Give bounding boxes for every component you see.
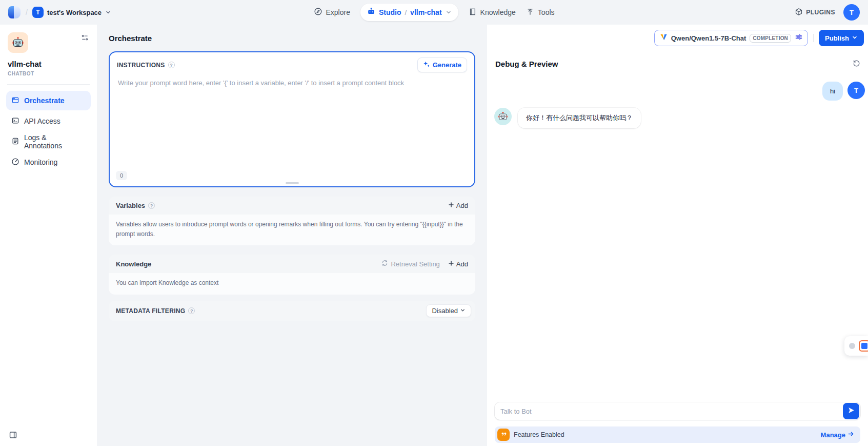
chat-message-list: hi T 你好！有什么问题我可以帮助你吗？ <box>487 73 868 402</box>
nav-tools-label: Tools <box>538 8 555 16</box>
workspace-name: test's Workspace <box>47 9 102 16</box>
features-label: Features Enabled <box>514 431 564 438</box>
publish-label: Publish <box>825 34 849 42</box>
publish-button[interactable]: Publish <box>819 30 864 46</box>
nav-studio[interactable]: Studio / vllm-chat <box>360 4 458 21</box>
metadata-filtering-section: METADATA FILTERING ? Disabled <box>109 301 475 321</box>
floating-widget[interactable] <box>844 336 868 356</box>
plus-icon <box>448 260 454 268</box>
app-type-badge: CHATBOT <box>8 71 89 76</box>
collapse-sidebar-icon[interactable] <box>9 431 17 441</box>
orchestrate-panel: Orchestrate INSTRUCTIONS ? Generate <box>97 25 487 446</box>
tune-sliders-icon[interactable] <box>795 33 803 43</box>
explore-icon <box>313 7 322 17</box>
model-selector[interactable]: Qwen/Qwen1.5-7B-Chat COMPLETION <box>654 30 808 46</box>
send-button[interactable] <box>843 403 859 419</box>
app-icon[interactable] <box>8 32 28 53</box>
nav-explore-label: Explore <box>326 8 350 16</box>
chevron-down-icon <box>105 9 111 15</box>
nav-studio-label: Studio <box>379 8 401 16</box>
nav-tools[interactable]: Tools <box>526 8 555 17</box>
dify-logo-left <box>8 6 14 18</box>
add-knowledge-button[interactable]: Add <box>448 260 468 268</box>
dify-logo[interactable] <box>8 6 21 18</box>
info-icon: ? <box>188 307 195 314</box>
separator-slash: / <box>26 8 28 16</box>
add-label: Add <box>456 260 468 268</box>
knowledge-description: You can import Knowledge as context <box>109 273 475 295</box>
sparkles-icon <box>423 61 430 69</box>
gauge-icon <box>11 158 19 167</box>
info-icon: ? <box>168 62 175 68</box>
retrieval-setting-button[interactable]: Retrieval Setting <box>381 260 439 268</box>
chevron-down-icon <box>852 34 858 42</box>
nav-knowledge[interactable]: Knowledge <box>469 8 516 17</box>
workspace-selector[interactable]: T test's Workspace <box>32 7 111 18</box>
knowledge-title: Knowledge <box>116 260 151 268</box>
app-operations-icon[interactable] <box>80 33 89 44</box>
app-preview-icon <box>859 340 868 352</box>
separator-slash: / <box>405 9 407 16</box>
nav-explore[interactable]: Explore <box>313 7 350 17</box>
assistant-message-bubble: 你好！有什么问题我可以帮助你吗？ <box>518 108 641 128</box>
plus-icon <box>448 202 454 209</box>
vllm-logo-icon <box>659 33 668 43</box>
metadata-filtering-toggle[interactable]: Disabled <box>426 304 471 317</box>
model-name: Qwen/Qwen1.5-7B-Chat <box>671 34 746 42</box>
robot-icon <box>367 7 375 17</box>
sidebar-item-label: Orchestrate <box>24 96 65 105</box>
chat-message-user: hi T <box>494 82 865 101</box>
window-icon <box>11 96 19 106</box>
resize-handle[interactable] <box>286 182 299 184</box>
dify-logo-right <box>14 6 21 18</box>
instructions-editor[interactable]: INSTRUCTIONS ? Generate Write your promp… <box>109 51 475 187</box>
chat-message-assistant: 你好！有什么问题我可以帮助你吗？ <box>494 108 865 128</box>
manage-features-link[interactable]: Manage <box>821 431 854 439</box>
nav-knowledge-label: Knowledge <box>480 8 516 16</box>
sidebar-item-orchestrate[interactable]: Orchestrate <box>6 91 91 110</box>
terminal-icon <box>11 117 19 126</box>
plugins-button[interactable]: PLUGINS <box>795 8 835 17</box>
sidebar-item-api-access[interactable]: API Access <box>6 111 91 131</box>
robot-emoji-icon <box>498 111 508 122</box>
info-icon: ? <box>148 202 155 209</box>
model-mode-badge: COMPLETION <box>750 34 791 43</box>
sidebar-item-label: API Access <box>24 117 60 125</box>
hammer-icon <box>526 8 534 17</box>
retrieval-setting-label: Retrieval Setting <box>391 260 439 268</box>
document-icon <box>11 137 19 147</box>
user-message-bubble: hi <box>822 82 843 101</box>
arrow-right-icon <box>847 431 854 439</box>
metadata-filtering-title: METADATA FILTERING <box>116 307 185 315</box>
add-label: Add <box>456 202 468 209</box>
divider <box>813 34 814 42</box>
robot-emoji-icon <box>12 36 24 49</box>
book-icon <box>469 8 477 17</box>
app-name: vllm-chat <box>8 60 89 68</box>
generate-button[interactable]: Generate <box>417 57 467 72</box>
chevron-down-icon[interactable] <box>446 9 452 15</box>
restart-conversation-icon[interactable] <box>852 59 861 69</box>
add-variable-button[interactable]: Add <box>448 202 468 209</box>
workspace-avatar: T <box>32 7 44 18</box>
features-bar: Features Enabled Manage <box>495 426 860 443</box>
sidebar-item-monitoring[interactable]: Monitoring <box>6 152 91 172</box>
sidebar-item-label: Monitoring <box>24 158 57 166</box>
sidebar-item-logs-annotations[interactable]: Logs & Annotations <box>6 132 91 151</box>
manage-label: Manage <box>821 431 845 439</box>
instructions-title: INSTRUCTIONS <box>117 62 165 69</box>
bot-avatar <box>494 108 512 125</box>
char-count-badge: 0 <box>116 171 127 180</box>
cube-icon <box>795 8 803 17</box>
chevron-down-icon <box>460 307 466 315</box>
variables-title: Variables <box>116 202 145 209</box>
generate-label: Generate <box>433 61 461 69</box>
features-icon <box>497 429 510 441</box>
nav-studio-app-name: vllm-chat <box>410 8 441 16</box>
paper-plane-icon <box>847 406 855 416</box>
divider <box>7 84 90 85</box>
chat-input[interactable] <box>495 402 860 420</box>
instructions-placeholder: Write your prompt word here, enter '{' t… <box>110 76 474 89</box>
debug-preview-panel: Qwen/Qwen1.5-7B-Chat COMPLETION Publish … <box>487 25 868 446</box>
user-avatar[interactable]: T <box>843 4 860 21</box>
